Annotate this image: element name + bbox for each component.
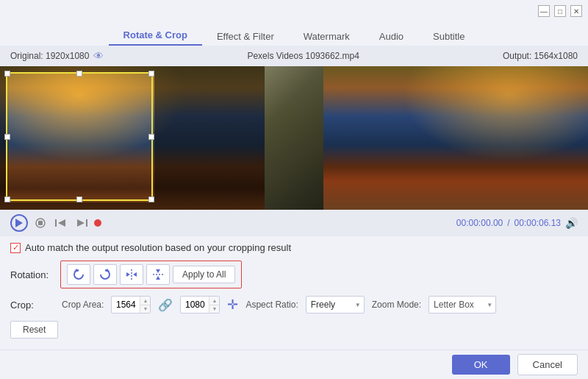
- crop-width-input[interactable]: ▲ ▼: [111, 296, 151, 314]
- svg-rect-3: [55, 219, 57, 227]
- svg-marker-10: [126, 272, 130, 277]
- crop-width-value[interactable]: [112, 297, 140, 313]
- svg-rect-5: [86, 219, 87, 227]
- tab-effect-filter[interactable]: Effect & Filter: [202, 27, 289, 46]
- svg-marker-0: [15, 219, 23, 227]
- crop-mask-top: [0, 66, 265, 72]
- crop-handle-lm[interactable]: [4, 134, 10, 140]
- flip-horizontal-button[interactable]: [120, 264, 143, 285]
- preview-left: [0, 66, 265, 210]
- flip-vertical-button[interactable]: [146, 264, 170, 285]
- preview-image-left: [0, 66, 265, 210]
- crop-area-label: Crop Area:: [62, 300, 104, 310]
- svg-marker-14: [156, 276, 160, 280]
- svg-marker-6: [77, 219, 85, 227]
- tab-rotate-crop[interactable]: Rotate & Crop: [109, 26, 202, 46]
- preview-middle-inner: [265, 66, 323, 210]
- auto-match-row: ✓ Auto match the output resolution based…: [10, 242, 578, 253]
- close-button[interactable]: ✕: [570, 5, 582, 17]
- minimize-button[interactable]: —: [538, 5, 550, 17]
- stop-button[interactable]: [32, 215, 49, 231]
- rotate-cw-button[interactable]: [93, 264, 117, 285]
- playback-bar: 00:00:00.00 / 00:00:06.13 🔊: [0, 210, 588, 236]
- crop-height-spinners[interactable]: ▲ ▼: [209, 297, 219, 313]
- preview-right: [323, 66, 588, 210]
- auto-match-checkbox[interactable]: ✓: [10, 243, 21, 253]
- apply-all-button[interactable]: Apply to All: [173, 266, 235, 283]
- ok-button[interactable]: OK: [452, 355, 510, 375]
- tab-audio[interactable]: Audio: [365, 27, 418, 46]
- aspect-ratio-label: Aspect Ratio:: [245, 300, 298, 310]
- tab-watermark[interactable]: Watermark: [289, 27, 365, 46]
- bottom-bar: OK Cancel: [0, 350, 588, 379]
- playback-controls: [10, 214, 101, 232]
- title-bar: — □ ✕: [0, 0, 588, 22]
- rotation-label: Rotation:: [10, 269, 54, 280]
- crop-height-value[interactable]: [181, 297, 209, 313]
- tabs-bar: Rotate & Crop Effect & Filter Watermark …: [0, 22, 588, 46]
- crop-handle-tm[interactable]: [76, 71, 82, 77]
- filename-label: Pexels Videos 1093662.mp4: [247, 51, 359, 61]
- time-separator: /: [507, 218, 509, 228]
- aspect-ratio-select[interactable]: Freely 16:9 4:3 1:1 9:16: [306, 296, 365, 314]
- crop-height-up[interactable]: ▲: [209, 297, 219, 305]
- crop-handle-bm[interactable]: [76, 196, 82, 202]
- next-frame-button[interactable]: [74, 215, 90, 231]
- current-time: 00:00:00.00: [456, 218, 503, 228]
- crop-handle-bl[interactable]: [4, 196, 10, 202]
- crop-handle-br[interactable]: [148, 196, 154, 202]
- crop-handle-tr[interactable]: [148, 71, 154, 77]
- crop-overlay[interactable]: [6, 72, 153, 201]
- zoom-mode-select-wrap[interactable]: Letter Box Pan & Scan Full: [429, 296, 496, 314]
- svg-rect-2: [38, 221, 43, 225]
- preview-middle: [265, 66, 323, 210]
- preview-image-right: [323, 66, 588, 210]
- original-resolution-label: Original: 1920x1080: [10, 51, 89, 61]
- controls-section: ✓ Auto match the output resolution based…: [0, 236, 588, 344]
- crop-width-up[interactable]: ▲: [140, 297, 150, 305]
- crop-width-down[interactable]: ▼: [140, 305, 150, 314]
- cancel-button[interactable]: Cancel: [517, 354, 578, 375]
- crop-handle-rm[interactable]: [148, 134, 154, 140]
- auto-match-label: Auto match the output resolution based o…: [25, 242, 291, 253]
- maximize-button[interactable]: □: [554, 5, 566, 17]
- zoom-mode-label: Zoom Mode:: [372, 300, 421, 310]
- crop-label: Crop:: [10, 300, 54, 311]
- rotation-row: Rotation:: [10, 261, 578, 288]
- crop-height-down[interactable]: ▼: [209, 305, 219, 314]
- total-time: 00:00:06.13: [514, 218, 561, 228]
- prev-frame-button[interactable]: [53, 215, 69, 231]
- play-button[interactable]: [10, 214, 28, 232]
- crop-row: Crop: Crop Area: ▲ ▼ 🔗 ▲ ▼ ✛ Aspect Rati…: [10, 296, 578, 314]
- zoom-mode-select[interactable]: Letter Box Pan & Scan Full: [429, 296, 496, 314]
- tab-subtitle[interactable]: Subtitle: [418, 27, 479, 46]
- eye-icon[interactable]: 👁: [93, 50, 104, 62]
- aspect-ratio-select-wrap[interactable]: Freely 16:9 4:3 1:1 9:16: [306, 296, 365, 314]
- crop-height-input[interactable]: ▲ ▼: [180, 296, 220, 314]
- checkmark-icon: ✓: [12, 243, 19, 252]
- crop-width-spinners[interactable]: ▲ ▼: [140, 297, 150, 313]
- window-controls[interactable]: — □ ✕: [538, 5, 582, 17]
- reset-button[interactable]: Reset: [10, 321, 58, 339]
- svg-marker-11: [133, 272, 137, 277]
- link-icon[interactable]: 🔗: [158, 298, 173, 312]
- expand-icon[interactable]: ✛: [227, 297, 238, 313]
- video-preview: [0, 66, 588, 210]
- time-display: 00:00:00.00 / 00:00:06.13 🔊: [456, 217, 578, 229]
- svg-marker-13: [156, 269, 160, 273]
- crop-mask-bottom: [0, 202, 265, 210]
- crop-mask-right: [154, 72, 265, 202]
- record-indicator: [94, 219, 101, 227]
- preview-info-bar: Original: 1920x1080 👁 Pexels Videos 1093…: [0, 46, 588, 66]
- volume-icon[interactable]: 🔊: [565, 217, 578, 229]
- output-resolution-label: Output: 1564x1080: [503, 51, 578, 61]
- crop-handle-tl[interactable]: [4, 71, 10, 77]
- rotate-ccw-button[interactable]: [67, 264, 90, 285]
- original-info: Original: 1920x1080 👁: [10, 50, 104, 62]
- reset-row: Reset: [10, 319, 578, 340]
- svg-marker-4: [58, 219, 65, 227]
- rotation-buttons-group: Apply to All: [60, 261, 242, 288]
